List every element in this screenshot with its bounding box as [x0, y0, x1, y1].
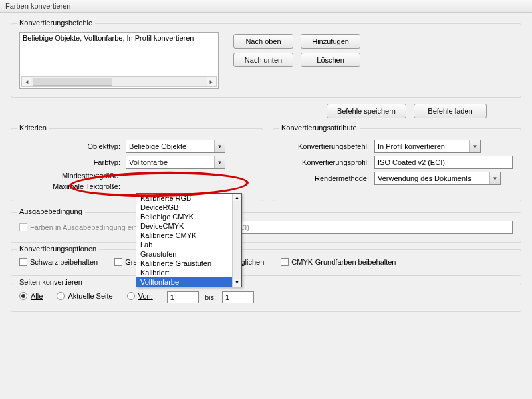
- window-title: Farben konvertieren: [0, 0, 532, 13]
- chevron-down-icon[interactable]: ▼: [214, 140, 225, 152]
- pages-legend: Seiten konvertieren: [17, 278, 85, 286]
- objtype-combo[interactable]: Beliebige Objekte ▼: [126, 140, 225, 153]
- output-legend: Ausgabebedingung: [17, 207, 85, 215]
- convprofile-value: ISO Coated v2 (ECI): [378, 158, 445, 166]
- dropdown-option[interactable]: DeviceCMYK: [136, 221, 241, 231]
- checkbox-icon: [114, 258, 122, 266]
- scroll-thumb[interactable]: [33, 78, 112, 86]
- keep-cmyk-checkbox[interactable]: CMYK-Grundfarben beibehalten: [281, 258, 396, 266]
- options-group: Konvertierungsoptionen Schwarz beibehalt…: [11, 249, 521, 276]
- save-commands-button[interactable]: Befehle speichern: [327, 104, 406, 118]
- convcmd-value: In Profil konvertieren: [378, 142, 445, 150]
- pages-to-label: bis:: [205, 293, 216, 301]
- pages-current-label: Aktuelle Seite: [68, 292, 112, 300]
- pages-from-input[interactable]: 1: [167, 291, 199, 303]
- pages-all-radio[interactable]: Alle: [19, 292, 43, 300]
- pages-range-radio[interactable]: Von:: [127, 292, 153, 300]
- pages-current-radio[interactable]: Aktuelle Seite: [57, 292, 112, 300]
- options-legend: Konvertierungsoptionen: [17, 245, 99, 253]
- scroll-down-icon[interactable]: ▼: [233, 279, 241, 287]
- colortype-combo[interactable]: Volltonfarbe ▼: [126, 156, 225, 169]
- chevron-down-icon[interactable]: ▼: [469, 140, 480, 152]
- keep-black-checkbox[interactable]: Schwarz beibehalten: [19, 258, 98, 266]
- convattr-group: Konvertierungsattribute Konvertierungsbe…: [273, 128, 521, 201]
- commands-list[interactable]: Beliebige Objekte, Volltonfarbe, In Prof…: [19, 32, 219, 89]
- render-value: Verwendung des Dokuments: [378, 174, 471, 182]
- convcmd-combo[interactable]: In Profil konvertieren ▼: [374, 140, 481, 153]
- keep-black-label: Schwarz beibehalten: [30, 258, 98, 266]
- colortype-dropdown-list[interactable]: Kalibrierte RGB DeviceRGB Beliebige CMYK…: [136, 193, 242, 287]
- convcmd-label: Konvertierungsbefehl:: [281, 142, 374, 150]
- load-commands-button[interactable]: Befehle laden: [414, 104, 487, 118]
- convprofile-label: Konvertierungsprofil:: [281, 158, 374, 166]
- colortype-value: Volltonfarbe: [129, 158, 168, 166]
- checkbox-icon: [281, 258, 289, 266]
- scroll-left-icon[interactable]: ◄: [22, 77, 31, 86]
- add-button[interactable]: Hinzufügen: [301, 34, 360, 49]
- chevron-down-icon[interactable]: ▼: [489, 172, 500, 184]
- dropdown-v-scrollbar[interactable]: ▲ ▼: [232, 194, 241, 287]
- pages-from-label: Von:: [138, 292, 153, 300]
- delete-button[interactable]: Löschen: [301, 53, 360, 67]
- commands-list-item[interactable]: Beliebige Objekte, Volltonfarbe, In Prof…: [23, 34, 215, 42]
- mintext-label: Mindesttextgröße:: [19, 172, 126, 180]
- pages-to-input[interactable]: 1: [222, 291, 254, 303]
- maxtext-label: Maximale Textgröße:: [19, 182, 126, 190]
- keep-cmyk-label: CMYK-Grundfarben beibehalten: [291, 258, 396, 266]
- dropdown-option[interactable]: Beliebige CMYK: [136, 212, 241, 221]
- radio-icon: [19, 292, 27, 300]
- convattr-legend: Konvertierungsattribute: [279, 124, 360, 132]
- pages-group: Seiten konvertieren Alle Aktuelle Seite …: [11, 283, 521, 312]
- pages-to-value: 1: [225, 293, 229, 301]
- dropdown-option-selected[interactable]: Volltonfarbe: [136, 277, 241, 287]
- dropdown-option[interactable]: Kalibrierte RGB: [136, 194, 241, 203]
- checkbox-icon: [19, 223, 27, 231]
- list-h-scrollbar[interactable]: ◄ ►: [21, 76, 217, 87]
- objtype-value: Beliebige Objekte: [129, 142, 186, 150]
- chevron-down-icon[interactable]: ▼: [214, 156, 225, 168]
- dropdown-option[interactable]: Kalibriert: [136, 268, 241, 277]
- dropdown-option[interactable]: Kalibrierte CMYK: [136, 231, 241, 240]
- scroll-up-icon[interactable]: ▲: [233, 194, 241, 201]
- checkbox-icon: [19, 258, 27, 266]
- pages-all-label: Alle: [31, 292, 43, 300]
- scroll-right-icon[interactable]: ►: [207, 77, 216, 86]
- move-down-button[interactable]: Nach unten: [233, 53, 293, 67]
- dropdown-option[interactable]: DeviceRGB: [136, 203, 241, 212]
- dropdown-option[interactable]: Graustufen: [136, 249, 241, 259]
- render-combo[interactable]: Verwendung des Dokuments ▼: [374, 172, 501, 185]
- convprofile-combo[interactable]: ISO Coated v2 (ECI): [374, 156, 513, 169]
- criteria-legend: Kriterien: [17, 124, 49, 132]
- colortype-label: Farbtyp:: [19, 158, 126, 166]
- pages-from-value: 1: [170, 293, 174, 301]
- commands-group: Konvertierungsbefehle Beliebige Objekte,…: [11, 23, 521, 98]
- radio-icon: [127, 292, 135, 300]
- criteria-group: Kriterien Objekttyp: Beliebige Objekte ▼…: [11, 128, 263, 201]
- render-label: Rendermethode:: [281, 174, 374, 182]
- move-up-button[interactable]: Nach oben: [233, 34, 293, 49]
- output-group: Ausgabebedingung Farben in Ausgabebeding…: [11, 212, 521, 243]
- dropdown-option[interactable]: Kalibrierte Graustufen: [136, 259, 241, 268]
- objtype-label: Objekttyp:: [19, 142, 126, 150]
- commands-legend: Konvertierungsbefehle: [17, 19, 95, 27]
- dropdown-option[interactable]: Lab: [136, 240, 241, 249]
- radio-icon: [57, 292, 65, 300]
